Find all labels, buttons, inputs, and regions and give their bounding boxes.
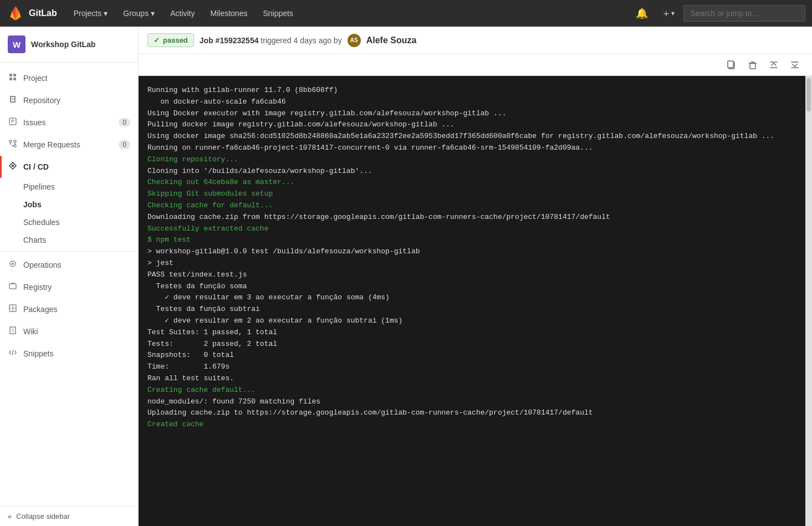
terminal-line: Pulling docker image registry.gitlab.com… <box>147 119 796 131</box>
sidebar-item-charts[interactable]: Charts <box>0 231 138 249</box>
sidebar-item-wiki[interactable]: Wiki <box>0 320 138 343</box>
notifications-icon[interactable]: 🔔 <box>631 5 652 22</box>
sidebar: W Workshop GitLab Project Repository <box>0 27 139 526</box>
collapse-icon: « <box>8 512 12 520</box>
terminal-line: Test Suites: 1 passed, 1 total <box>147 327 796 339</box>
status-badge: ✓ passed <box>147 33 194 47</box>
terminal-line: Ran all test suites. <box>147 373 796 385</box>
terminal-scroll-container: Running with gitlab-runner 11.7.0 (8bb60… <box>139 76 812 526</box>
terminal-line: Using docker image sha256:dcd51025d8b248… <box>147 131 796 142</box>
terminal-line: ✓ deve resultar em 2 ao executar a funçã… <box>147 315 796 327</box>
brand[interactable]: GitLab <box>7 4 57 22</box>
terminal-line: Running on runner-fa6cab46-project-10781… <box>147 142 796 154</box>
merge-requests-badge: 0 <box>119 140 130 149</box>
sidebar-item-pipelines[interactable]: Pipelines <box>0 178 138 196</box>
svg-rect-7 <box>13 78 16 80</box>
nav-snippets[interactable]: Snippets <box>257 6 298 21</box>
svg-rect-11 <box>11 120 14 121</box>
svg-point-14 <box>14 145 16 147</box>
snippets-icon <box>8 348 18 359</box>
sidebar-item-repository[interactable]: Repository <box>0 89 138 111</box>
add-new-button[interactable]: ＋ ▾ <box>657 4 679 22</box>
terminal-line: > jest <box>147 258 796 269</box>
sidebar-item-operations[interactable]: Operations <box>0 254 138 276</box>
project-name: Workshop GitLab <box>31 40 95 49</box>
packages-icon <box>8 304 18 315</box>
scroll-bottom-button[interactable] <box>787 59 803 71</box>
user-name[interactable]: Alefe Souza <box>366 35 417 45</box>
job-id[interactable]: Job #159232554 <box>200 36 259 45</box>
terminal-line: Successfully extracted cache <box>147 223 796 235</box>
svg-point-16 <box>12 165 14 167</box>
collapse-sidebar-button[interactable]: « Collapse sidebar <box>8 512 130 520</box>
nav-milestones[interactable]: Milestones <box>205 6 253 21</box>
sidebar-item-merge-requests[interactable]: Merge Requests 0 <box>0 134 138 156</box>
project-avatar: W <box>8 35 25 53</box>
sidebar-item-snippets[interactable]: Snippets <box>0 343 138 365</box>
copy-log-button[interactable] <box>723 59 740 71</box>
sidebar-bottom: « Collapse sidebar <box>0 506 138 526</box>
wiki-icon <box>8 326 18 337</box>
nav-groups[interactable]: Groups ▾ <box>118 6 160 21</box>
navbar: GitLab Projects ▾ Groups ▾ Activity Mile… <box>0 0 812 27</box>
sidebar-item-packages[interactable]: Packages <box>0 298 138 320</box>
sidebar-item-issues[interactable]: Issues 0 <box>0 111 138 134</box>
registry-icon <box>8 282 18 293</box>
terminal-line: node_modules/: found 7250 matching files <box>147 396 796 408</box>
nav-projects[interactable]: Projects ▾ <box>68 6 114 21</box>
sidebar-item-schedules[interactable]: Schedules <box>0 213 138 231</box>
terminal-line: Cloning repository... <box>147 154 796 166</box>
svg-point-18 <box>12 263 14 265</box>
merge-requests-icon <box>8 139 18 150</box>
svg-rect-23 <box>750 63 755 69</box>
operations-icon <box>8 259 18 270</box>
sidebar-item-registry[interactable]: Registry <box>0 276 138 298</box>
svg-rect-19 <box>9 284 16 289</box>
main-layout: W Workshop GitLab Project Repository <box>0 27 812 526</box>
nav-activity[interactable]: Activity <box>165 6 200 21</box>
terminal-output[interactable]: Running with gitlab-runner 11.7.0 (8bb60… <box>139 76 805 526</box>
cicd-subnav: Pipelines Jobs Schedules Charts <box>0 178 138 249</box>
cicd-icon <box>8 161 18 172</box>
brand-name: GitLab <box>29 8 57 18</box>
sidebar-item-cicd[interactable]: CI / CD <box>0 156 138 178</box>
svg-rect-12 <box>11 121 13 122</box>
project-icon <box>8 73 18 84</box>
issues-icon <box>8 117 18 128</box>
svg-rect-9 <box>12 99 14 100</box>
search-input[interactable] <box>683 5 805 22</box>
delete-log-button[interactable] <box>744 59 761 71</box>
job-header: ✓ passed Job #159232554 triggered 4 days… <box>139 27 812 54</box>
sidebar-item-project[interactable]: Project <box>0 67 138 89</box>
terminal-toolbar <box>139 54 812 76</box>
terminal-line: Time: 1.679s <box>147 361 796 373</box>
navbar-actions: 🔔 ＋ ▾ <box>631 4 805 22</box>
svg-rect-8 <box>12 98 14 99</box>
check-icon: ✓ <box>154 36 160 44</box>
scrollbar-thumb[interactable] <box>806 78 811 111</box>
chevron-down-icon: ▾ <box>104 9 108 18</box>
terminal-line: Snapshots: 0 total <box>147 350 796 361</box>
sidebar-item-jobs[interactable]: Jobs <box>0 196 138 213</box>
terminal-line: Running with gitlab-runner 11.7.0 (8bb60… <box>147 85 796 96</box>
terminal-line: Using Docker executor with image registr… <box>147 108 796 120</box>
terminal-line: Testes da função subtrai <box>147 304 796 315</box>
user-avatar: AS <box>348 34 361 47</box>
job-meta: Job #159232554 triggered 4 days ago by <box>200 36 342 45</box>
scrollbar-track[interactable] <box>805 76 812 526</box>
terminal-line: ✓ deve resultar em 3 ao executar a funçã… <box>147 292 796 304</box>
terminal-line: Downloading cache.zip from https://stora… <box>147 212 796 223</box>
svg-point-15 <box>14 140 16 142</box>
terminal-line: Cloning into '/builds/alefesouza/worksho… <box>147 166 796 177</box>
terminal-line: Uploading cache.zip to https://storage.g… <box>147 407 796 419</box>
chevron-down-icon: ▾ <box>151 9 155 18</box>
svg-point-13 <box>9 140 12 142</box>
terminal-line: Creating cache default... <box>147 385 796 396</box>
content: ✓ passed Job #159232554 triggered 4 days… <box>139 27 812 526</box>
sidebar-nav: Project Repository Issues 0 Merge Re <box>0 63 138 369</box>
terminal-line: Created cache <box>147 419 796 431</box>
scroll-top-button[interactable] <box>765 59 782 71</box>
terminal-line: PASS test/index.test.js <box>147 269 796 281</box>
gitlab-logo-icon <box>7 4 24 22</box>
sidebar-divider <box>0 251 138 252</box>
